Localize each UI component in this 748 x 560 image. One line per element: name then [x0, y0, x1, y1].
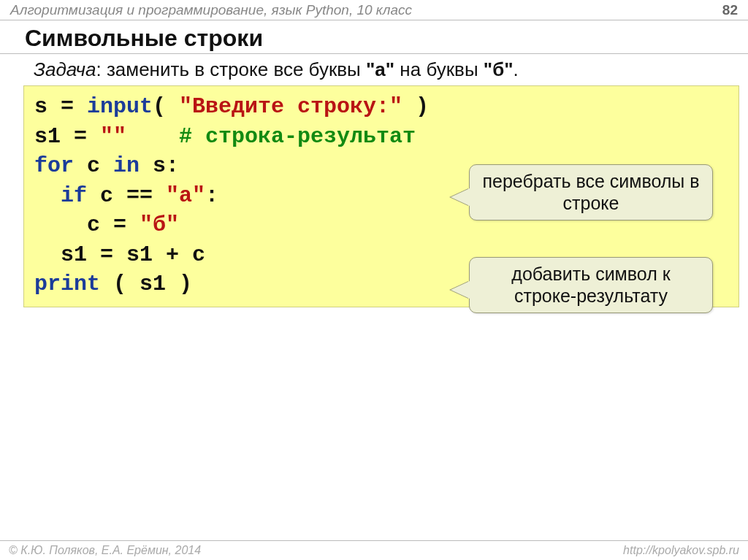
code-text: s: — [140, 153, 179, 178]
keyword-input: input — [87, 94, 153, 119]
top-bar: Алгоритмизация и программирование, язык … — [0, 0, 748, 20]
code-text: s1 = s1 + c — [61, 242, 205, 267]
task-mid: на буквы — [394, 58, 484, 80]
code-text: c = — [87, 212, 140, 237]
page-title: Символьные строки — [25, 25, 748, 52]
code-text: ) — [402, 94, 429, 119]
code-text — [34, 212, 87, 237]
keyword-print: print — [34, 272, 100, 296]
code-text: ( — [153, 94, 179, 119]
footer-url: http://kpolyakov.spb.ru — [623, 544, 739, 557]
course-label: Алгоритмизация и программирование, язык … — [10, 2, 412, 18]
callout-iterate: перебрать все символы в строке — [469, 164, 713, 220]
string-literal: "Введите строку:" — [179, 94, 402, 119]
divider — [0, 53, 748, 54]
code-area: s = input( "Введите строку:" ) s1 = "" #… — [23, 85, 739, 307]
code-text: c — [74, 153, 113, 178]
footer: © К.Ю. Поляков, Е.А. Ерёмин, 2014 http:/… — [0, 540, 748, 560]
keyword-if: if — [61, 183, 87, 208]
string-literal: "а" — [166, 183, 205, 208]
string-literal: "" — [100, 124, 126, 149]
string-literal: "б" — [140, 212, 179, 237]
code-text: ( s1 ) — [100, 272, 192, 296]
task-letter-b: "б" — [484, 58, 514, 80]
task-letter-a: "а" — [366, 58, 394, 80]
task-text: Задача: заменить в строке все буквы "а" … — [34, 58, 748, 81]
keyword-for: for — [34, 153, 74, 178]
code-text: s1 = — [34, 124, 100, 149]
code-text: : — [205, 183, 218, 208]
page-number: 82 — [722, 2, 738, 18]
code-text — [34, 242, 61, 267]
code-text: c == — [87, 183, 166, 208]
task-label: Задача — [34, 58, 96, 80]
callout-append: добавить символ к строке-результату — [469, 257, 713, 313]
task-before: : заменить в строке все буквы — [96, 58, 366, 80]
task-tail: . — [514, 58, 519, 80]
code-text — [34, 183, 61, 208]
keyword-in: in — [113, 153, 140, 178]
footer-copyright: © К.Ю. Поляков, Е.А. Ерёмин, 2014 — [9, 544, 201, 557]
code-text — [126, 124, 179, 149]
code-text: s = — [34, 94, 87, 119]
comment: # строка-результат — [179, 124, 416, 149]
